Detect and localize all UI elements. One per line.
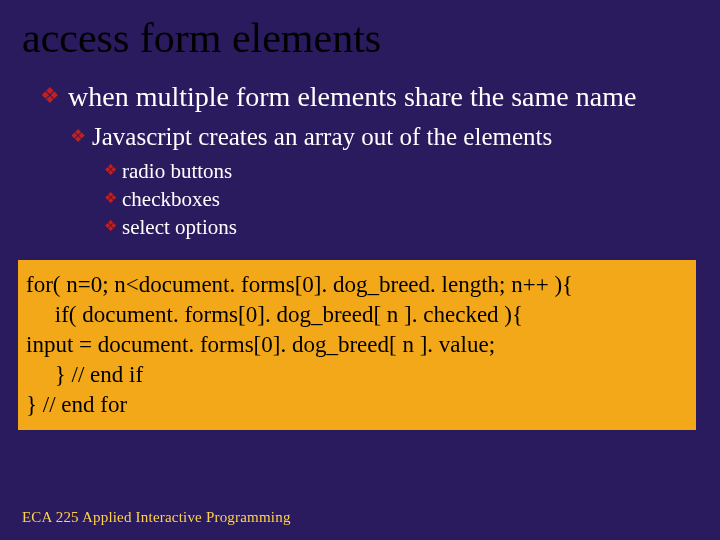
bullet-level1-text: when multiple form elements share the sa… — [68, 80, 636, 114]
code-line: } // end for — [26, 390, 690, 420]
slide: access form elements ❖ when multiple for… — [0, 0, 720, 540]
bullet-level3: ❖ radio buttons — [104, 158, 702, 184]
bullet-level3-text: select options — [122, 214, 237, 240]
diamond-bullet-icon: ❖ — [104, 158, 117, 182]
bullet-level1: ❖ when multiple form elements share the … — [40, 80, 702, 114]
code-block: for( n=0; n<document. forms[0]. dog_bree… — [18, 260, 696, 430]
diamond-bullet-icon: ❖ — [70, 122, 86, 150]
bullet-level3: ❖ select options — [104, 214, 702, 240]
diamond-bullet-icon: ❖ — [104, 214, 117, 238]
diamond-bullet-icon: ❖ — [40, 80, 60, 112]
bullet-level3-text: checkboxes — [122, 186, 220, 212]
code-line: input = document. forms[0]. dog_breed[ n… — [26, 330, 690, 360]
diamond-bullet-icon: ❖ — [104, 186, 117, 210]
code-line: for( n=0; n<document. forms[0]. dog_bree… — [26, 270, 690, 300]
bullet-level3: ❖ checkboxes — [104, 186, 702, 212]
code-line: if( document. forms[0]. dog_breed[ n ]. … — [26, 300, 690, 330]
bullet-level2: ❖ Javascript creates an array out of the… — [70, 122, 702, 152]
slide-title: access form elements — [22, 14, 702, 62]
bullet-level2-text: Javascript creates an array out of the e… — [92, 122, 552, 152]
slide-footer: ECA 225 Applied Interactive Programming — [22, 509, 291, 526]
code-line: } // end if — [26, 360, 690, 390]
bullet-level3-text: radio buttons — [122, 158, 232, 184]
